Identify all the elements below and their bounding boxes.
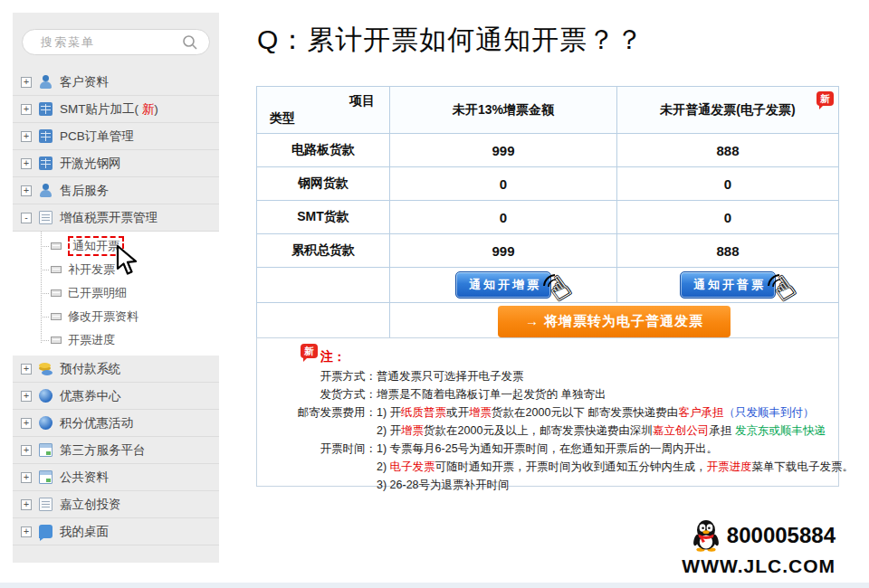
amount-cell: 888 — [617, 134, 838, 167]
note-label: 开票方式： — [268, 367, 377, 385]
expand-icon[interactable]: + — [21, 104, 32, 115]
expand-icon[interactable]: + — [21, 158, 32, 169]
note-segment: 1) 专票每月6-25号为通知开票时间，在您通知开票后的一周内开出。 — [377, 442, 718, 455]
expand-icon[interactable]: + — [21, 445, 32, 456]
note-segment: 货款在2000元以下 邮寄发票快递费由 — [492, 406, 678, 419]
note-row: 开票方式：普通发票只可选择开电子发票 — [268, 367, 831, 385]
person-icon — [39, 184, 53, 197]
sidebar-item-label: 积分优惠活动 — [60, 415, 133, 432]
expand-icon[interactable]: + — [21, 526, 32, 537]
note-segment: 货款在2000元及以上，邮寄发票快递费由深圳 — [424, 424, 653, 437]
sidebar-item[interactable]: +第三方服务平台 — [13, 437, 219, 464]
note-segment: 1) 开 — [377, 406, 401, 419]
sidebar-item-label: 公共资料 — [60, 469, 109, 486]
sidebar-item[interactable]: +PCB订单管理 — [13, 123, 219, 150]
note-text: 2) 电子发票可随时通知开票，开票时间为收到通知五分钟内生成，开票进度菜单下载电… — [377, 458, 854, 476]
note-segment: 普通发票只可选择开电子发票 — [377, 370, 524, 383]
note-label — [268, 476, 377, 494]
sidebar-subitem-label: 开票进度 — [68, 332, 115, 348]
expand-icon[interactable]: + — [21, 185, 32, 196]
search-icon — [182, 34, 198, 51]
sidebar: 搜索菜单 +客户资料+SMT贴片加工( 新)+PCB订单管理+开激光钢网+售后服… — [13, 13, 219, 563]
page-title: Q：累计开票如何通知开票？？ — [257, 22, 644, 59]
sidebar-item[interactable]: +SMT贴片加工( 新) — [13, 96, 219, 123]
expand-icon[interactable]: + — [21, 131, 32, 142]
sidebar-subitem-label: 修改开票资料 — [68, 308, 138, 325]
notify-vat-invoice-button[interactable]: 通知开增票☝ — [455, 271, 551, 299]
sidebar-item[interactable]: +开激光钢网 — [13, 150, 219, 177]
sidebar-item[interactable]: +我的桌面 — [13, 518, 219, 545]
footer-contact: 800005884 WWW.JLC.COM — [682, 519, 836, 577]
sidebar-item-label: 我的桌面 — [60, 524, 109, 540]
convert-to-e-invoice-button[interactable]: → 将增票转为电子普通发票 — [498, 306, 731, 337]
expand-icon[interactable]: + — [21, 418, 32, 429]
pointing-hand-icon: ☝ — [767, 269, 802, 306]
column-header: 未开普通发票(电子发票)新 — [617, 87, 838, 134]
menu-page-icon — [51, 313, 62, 320]
note-label — [268, 422, 377, 440]
sidebar-item[interactable]: +积分优惠活动 — [13, 410, 219, 437]
amount-cell: 999 — [390, 234, 617, 268]
sidebar-item[interactable]: +客户资料 — [13, 69, 219, 96]
pointing-hand-icon: ☝ — [542, 269, 578, 306]
sidebar-item-label: 客户资料 — [60, 74, 109, 90]
menu-page-icon — [51, 266, 62, 273]
sidebar-subitem[interactable]: 开票进度 — [13, 328, 219, 352]
table-corner-cell: 项目类型 — [257, 87, 390, 134]
sidebar-subitem-label: 补开发票 — [68, 261, 115, 278]
note-text: 1) 开纸质普票或开增票货款在2000元以下 邮寄发票快递费由客户承担（只发顺丰… — [377, 403, 831, 422]
sidebar-item[interactable]: +优惠券中心 — [13, 383, 219, 410]
note-text: 增票是不随着电路板订单一起发货的 单独寄出 — [377, 385, 831, 403]
grid-icon — [39, 102, 53, 116]
sidebar-item[interactable]: +公共资料 — [13, 464, 219, 491]
new-label: 新 — [142, 102, 155, 116]
grid-icon — [39, 129, 53, 143]
label-close: ) — [154, 102, 158, 116]
sidebar-item[interactable]: +预付款系统 — [13, 356, 219, 383]
screen-icon — [39, 443, 53, 457]
note-segment: 开票进度 — [707, 460, 752, 473]
sidebar-subitem[interactable]: 通知开票 — [13, 234, 219, 258]
screen-icon — [39, 470, 53, 484]
corner-label-type: 类型 — [270, 110, 295, 127]
sidebar-item[interactable]: -增值税票开票管理 — [13, 204, 219, 232]
note-row: 邮寄发票费用：1) 开纸质普票或开增票货款在2000元以下 邮寄发票快递费由客户… — [268, 403, 831, 422]
sidebar-item[interactable]: +售后服务 — [13, 177, 219, 204]
column-header: 未开13%增票金额 — [390, 87, 617, 134]
expand-icon[interactable]: + — [21, 472, 32, 483]
sidebar-subitem[interactable]: 修改开票资料 — [13, 305, 219, 328]
grid-icon — [39, 156, 53, 170]
note-segment: 电子发票 — [390, 460, 435, 473]
column-header-label: 未开普通发票(电子发票) — [660, 102, 795, 119]
empty-cell — [257, 303, 390, 340]
expand-icon[interactable]: + — [21, 499, 32, 510]
note-segment: 嘉立创公司 — [653, 424, 710, 437]
notes-header: 新 注： — [268, 344, 831, 367]
sidebar-subitem[interactable]: 已开票明细 — [13, 281, 219, 305]
sidebar-item-label: PCB订单管理 — [60, 128, 134, 145]
amount-cell: 0 — [390, 201, 617, 234]
notes-title: 注： — [320, 349, 346, 365]
expand-icon[interactable]: + — [21, 77, 32, 88]
note-text: 1) 专票每月6-25号为通知开票时间，在您通知开票后的一周内开出。 — [377, 440, 831, 458]
note-segment: 可随时通知开票，开票时间为收到通知五分钟内生成， — [435, 460, 707, 473]
new-badge-icon: 新 — [816, 91, 834, 106]
notify-ordinary-invoice-button[interactable]: 通知开普票☝ — [680, 271, 776, 299]
note-segment: 承担 — [709, 424, 734, 437]
sidebar-item[interactable]: +嘉立创投资 — [13, 491, 219, 518]
search-placeholder: 搜索菜单 — [41, 34, 182, 51]
note-segment: 客户承担 — [678, 406, 723, 419]
convert-cell: → 将增票转为电子普通发票 — [390, 303, 838, 340]
expand-icon[interactable]: + — [21, 391, 32, 402]
amount-cell: 888 — [617, 234, 838, 268]
note-label: 发货方式： — [268, 385, 377, 403]
doc-icon — [39, 498, 53, 511]
row-label: 累积总货款 — [257, 234, 390, 268]
sidebar-menu: +客户资料+SMT贴片加工( 新)+PCB订单管理+开激光钢网+售后服务-增值税… — [13, 69, 219, 545]
search-input[interactable]: 搜索菜单 — [22, 29, 210, 55]
expand-icon[interactable]: + — [21, 364, 32, 375]
sidebar-submenu: 通知开票补开发票已开票明细修改开票资料开票进度 — [13, 232, 219, 356]
collapse-icon[interactable]: - — [21, 213, 32, 223]
amount-cell: 0 — [617, 201, 838, 234]
sidebar-subitem[interactable]: 补开发票 — [13, 258, 219, 281]
